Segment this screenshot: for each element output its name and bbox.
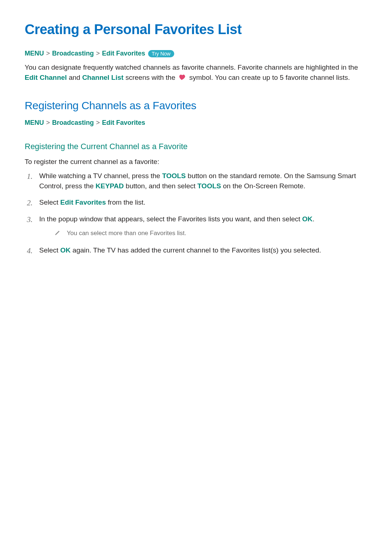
intro-and: and — [69, 74, 82, 81]
breadcrumb-separator: > — [46, 119, 50, 127]
step-4: Select OK again. The TV has added the cu… — [25, 245, 367, 255]
intro-text: You can designate frequently watched cha… — [25, 63, 358, 71]
edit-favorites-label: Edit Favorites — [60, 198, 106, 206]
step-text: again. The TV has added the current chan… — [71, 246, 321, 254]
step-text: from the list. — [106, 198, 146, 206]
breadcrumb-1: MENU > Broadcasting > Edit Favorites Try… — [25, 50, 367, 57]
channel-list-label: Channel List — [82, 74, 123, 81]
note-text: You can select more than one Favorites l… — [67, 229, 186, 238]
heart-icon — [179, 73, 185, 83]
step-text: Select — [39, 198, 60, 206]
step-2: Select Edit Favorites from the list. — [25, 197, 367, 208]
subsection-title: Registering the Current Channel as a Fav… — [25, 142, 367, 151]
breadcrumb-broadcasting: Broadcasting — [52, 50, 94, 57]
intro-post: symbol. You can create up to 5 favorite … — [189, 74, 350, 81]
breadcrumb-edit-favorites: Edit Favorites — [102, 50, 145, 57]
breadcrumb-menu: MENU — [25, 119, 44, 127]
ok-label: OK — [302, 215, 313, 223]
ok-label: OK — [60, 246, 71, 254]
step-text: button, and then select — [124, 182, 197, 190]
step-text: While watching a TV channel, press the — [39, 172, 162, 180]
note: You can select more than one Favorites l… — [54, 229, 367, 239]
breadcrumb-separator: > — [96, 119, 100, 127]
try-now-badge[interactable]: Try Now — [148, 50, 174, 57]
edit-channel-label: Edit Channel — [25, 74, 67, 81]
intro-mid: screens with the — [126, 74, 177, 81]
breadcrumb-broadcasting: Broadcasting — [52, 119, 94, 127]
breadcrumb-separator: > — [46, 50, 50, 57]
breadcrumb-separator: > — [96, 50, 100, 57]
tools-label: TOOLS — [197, 182, 221, 190]
step-text: on the On-Screen Remote. — [221, 182, 305, 190]
section-title-registering: Registering Channels as a Favorites — [25, 99, 367, 112]
step-text: Select — [39, 246, 60, 254]
tools-label: TOOLS — [162, 172, 186, 180]
step-3: In the popup window that appears, select… — [25, 214, 367, 239]
breadcrumb-edit-favorites: Edit Favorites — [102, 119, 145, 127]
intro-paragraph: You can designate frequently watched cha… — [25, 62, 367, 83]
pencil-icon — [54, 230, 60, 239]
keypad-label: KEYPAD — [95, 182, 124, 190]
step-1: While watching a TV channel, press the T… — [25, 171, 367, 191]
breadcrumb-menu: MENU — [25, 50, 44, 57]
step-text: In the popup window that appears, select… — [39, 215, 302, 223]
step-text: . — [313, 215, 314, 223]
subsection-intro: To register the current channel as a fav… — [25, 158, 367, 166]
breadcrumb-2: MENU > Broadcasting > Edit Favorites — [25, 119, 367, 127]
steps-list: While watching a TV channel, press the T… — [25, 171, 367, 255]
page-title: Creating a Personal Favorites List — [25, 22, 367, 37]
